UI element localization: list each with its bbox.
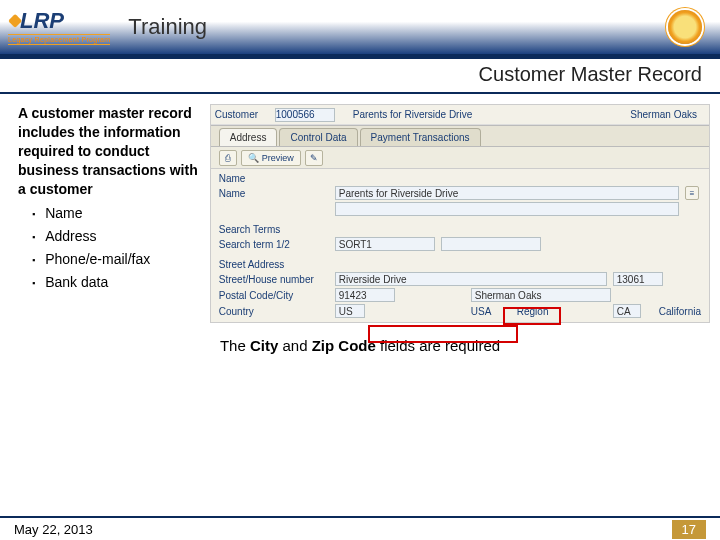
footnote: The City and Zip Code fields are require… bbox=[0, 337, 720, 354]
street-label: Street/House number bbox=[219, 274, 329, 285]
customer-id-field[interactable]: 1000566 bbox=[275, 108, 335, 122]
name-field-2[interactable] bbox=[335, 202, 679, 216]
training-label: Training bbox=[128, 14, 207, 40]
page-number: 17 bbox=[672, 520, 706, 539]
city-field[interactable]: Sherman Oaks bbox=[471, 288, 611, 302]
search-term-label: Search term 1/2 bbox=[219, 239, 329, 250]
country-label: Country bbox=[219, 306, 329, 317]
logo-text: LRP bbox=[20, 8, 64, 33]
tab-control-data[interactable]: Control Data bbox=[279, 128, 357, 146]
tab-strip: Address Control Data Payment Transaction… bbox=[211, 125, 709, 147]
explanatory-text: A customer master record includes the in… bbox=[18, 104, 202, 323]
name-label: Name bbox=[219, 188, 329, 199]
toolbar-button[interactable]: ✎ bbox=[305, 150, 323, 166]
preview-button[interactable]: 🔍Preview bbox=[241, 150, 301, 166]
slide-header: LRP Legacy Replacement Program Training bbox=[0, 0, 720, 54]
customer-city-display: Sherman Oaks bbox=[630, 109, 697, 120]
divider bbox=[0, 92, 720, 94]
customer-name-display: Parents for Riverside Drive bbox=[353, 109, 472, 120]
intro-paragraph: A customer master record includes the in… bbox=[18, 104, 202, 198]
search-term-2-field[interactable] bbox=[441, 237, 541, 251]
group-street-address: Street Address bbox=[219, 259, 701, 270]
customer-label: Customer bbox=[215, 109, 275, 120]
region-label: Region bbox=[517, 306, 607, 317]
bullet-item: Name bbox=[32, 204, 202, 223]
sap-screenshot: Customer 1000566 Parents for Riverside D… bbox=[210, 104, 710, 323]
postal-code-field[interactable]: 91423 bbox=[335, 288, 395, 302]
region-code-field[interactable]: CA bbox=[613, 304, 641, 318]
country-code-field[interactable]: US bbox=[335, 304, 365, 318]
tab-address[interactable]: Address bbox=[219, 128, 278, 146]
region-name-display: California bbox=[659, 306, 701, 317]
district-seal-icon bbox=[668, 10, 702, 44]
search-term-1-field[interactable]: SORT1 bbox=[335, 237, 435, 251]
sap-toolbar: ⎙ 🔍Preview ✎ bbox=[211, 147, 709, 169]
page-title: Customer Master Record bbox=[0, 59, 720, 92]
postal-label: Postal Code/City bbox=[219, 290, 329, 301]
toolbar-button[interactable]: ⎙ bbox=[219, 150, 237, 166]
street-field[interactable]: Riverside Drive bbox=[335, 272, 607, 286]
group-name: Name bbox=[219, 173, 701, 184]
house-number-field[interactable]: 13061 bbox=[613, 272, 663, 286]
bullet-item: Bank data bbox=[32, 273, 202, 292]
slide-footer: May 22, 2013 17 bbox=[0, 516, 720, 540]
footer-date: May 22, 2013 bbox=[14, 522, 93, 537]
bullet-item: Phone/e-mail/fax bbox=[32, 250, 202, 269]
logo-tagline: Legacy Replacement Program bbox=[8, 34, 110, 45]
group-search-terms: Search Terms bbox=[219, 224, 701, 235]
country-name-display: USA bbox=[471, 306, 511, 317]
lrp-logo: LRP Legacy Replacement Program bbox=[8, 10, 110, 45]
name-field[interactable]: Parents for Riverside Drive bbox=[335, 186, 679, 200]
tab-payment-transactions[interactable]: Payment Transactions bbox=[360, 128, 481, 146]
bullet-item: Address bbox=[32, 227, 202, 246]
expand-icon[interactable]: ≡ bbox=[685, 186, 699, 200]
